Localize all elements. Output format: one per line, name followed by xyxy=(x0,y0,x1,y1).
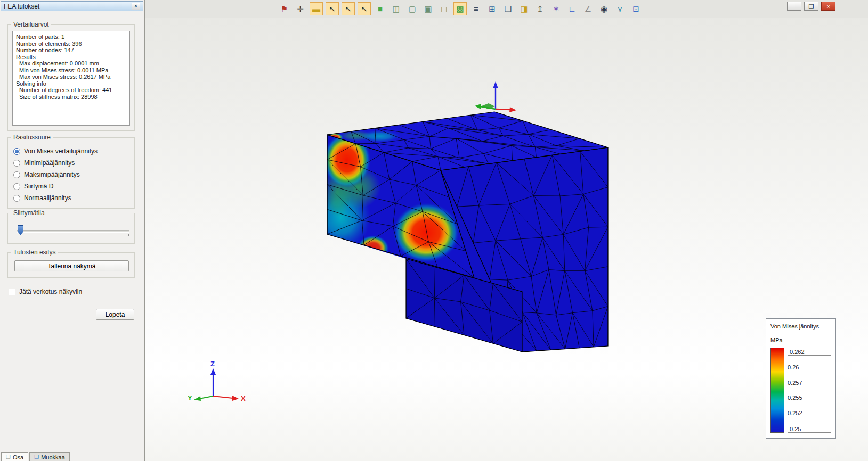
part-icon: ❒ xyxy=(6,455,11,460)
visibility-icon[interactable]: ◉ xyxy=(598,3,610,15)
summary-line: Max von Mises stress: 0.2617 MPa xyxy=(16,73,126,80)
keep-mesh-checkbox-label: Jätä verkotus näkyviin xyxy=(19,288,82,295)
maximize-button[interactable]: ❐ xyxy=(804,2,818,11)
summary-group: Vertailuarvot Number of parts: 1Number o… xyxy=(7,24,135,131)
axis-x-label: X xyxy=(241,394,246,402)
radio-label: Siirtymä D xyxy=(24,183,53,190)
legend-values: 0.262 0.260.2570.2550.2520.25 xyxy=(788,348,831,433)
displacement-group: Siirtymätila xyxy=(7,213,135,244)
pin-icon[interactable]: ⚑ xyxy=(278,3,290,15)
filter-icon[interactable]: ⋎ xyxy=(614,3,626,15)
fit-view-icon[interactable]: ✛ xyxy=(294,3,306,15)
application-window: FEA tulokset × Vertailuarvot Number of p… xyxy=(0,0,868,461)
document-tabs: ❒ Osa ❒ Muokkaa xyxy=(1,452,70,461)
fea-results-panel: FEA tulokset × Vertailuarvot Number of p… xyxy=(0,0,145,461)
tab-muokkaa-label: Muokkaa xyxy=(41,454,65,460)
save-view-button[interactable]: Tallenna näkymä xyxy=(14,260,129,271)
document-icon[interactable]: ❏ xyxy=(502,3,514,15)
keep-mesh-checkbox-row[interactable]: Jätä verkotus näkyviin xyxy=(9,288,82,295)
dialog-titlebar[interactable]: FEA tulokset × xyxy=(1,1,143,11)
legend-max-field[interactable]: 0.262 xyxy=(788,348,831,356)
summary-line: Number of elements: 396 xyxy=(16,40,126,47)
fea-model-mesh[interactable] xyxy=(312,112,608,352)
external-window-icon[interactable]: ⊡ xyxy=(630,3,642,15)
select-edge-icon[interactable]: ↖ xyxy=(342,3,354,15)
box-shaded-icon[interactable]: ◻ xyxy=(438,3,450,15)
keep-mesh-checkbox[interactable] xyxy=(9,289,15,295)
ruler-icon[interactable]: ▬ xyxy=(310,3,322,15)
mesh-view-icon[interactable]: ▩ xyxy=(454,3,466,15)
slider-end-tick xyxy=(128,234,129,236)
summary-line: Size of stiffness matrix: 28998 xyxy=(16,94,126,101)
legend-tick-label: 0.26 xyxy=(788,364,831,371)
sheets-icon[interactable]: ⊞ xyxy=(486,3,498,15)
radio-label: Normaalijännitys xyxy=(24,194,71,202)
radio-option-2[interactable]: Maksimipääjännitys xyxy=(8,169,134,180)
summary-line: Min von Mises stress: 0.0011 MPa xyxy=(16,67,126,74)
tab-muokkaa[interactable]: ❒ Muokkaa xyxy=(29,452,70,461)
legend-scale: 0.262 0.260.2570.2550.2520.25 xyxy=(770,348,831,433)
box-wireframe-icon[interactable]: ▣ xyxy=(422,3,434,15)
legend-tick-label: 0.255 xyxy=(788,394,831,401)
close-button[interactable]: × xyxy=(821,2,835,11)
legend-tick-label: 0.257 xyxy=(788,380,831,386)
radio-button[interactable] xyxy=(13,160,20,167)
select-vertex-icon[interactable]: ↖ xyxy=(326,3,338,15)
summary-line: Number of parts: 1 xyxy=(16,34,126,40)
displacement-group-label: Siirtymätila xyxy=(11,209,47,217)
displacement-slider-track[interactable] xyxy=(17,230,129,233)
viewport-canvas[interactable]: Z Y X xyxy=(145,18,868,461)
radio-option-4[interactable]: Normaalijännitys xyxy=(8,192,134,204)
radio-button[interactable] xyxy=(13,148,20,155)
main-area: ⚑✛▬↖↖↖■◫▢▣◻▩≡⊞❏◨↥✶∟∠◉⋎⊡ – ❐ × xyxy=(145,0,868,461)
dialog-title: FEA tulokset xyxy=(4,3,132,10)
box-transparent-icon[interactable]: ◫ xyxy=(390,3,402,15)
radio-option-3[interactable]: Siirtymä D xyxy=(8,180,134,192)
report-icon[interactable]: ≡ xyxy=(470,3,482,15)
stress-legend: Von Mises jännitys MPa 0.262 0.260.2570.… xyxy=(766,318,836,439)
summary-line: Number of degrees of freedom: 441 xyxy=(16,87,126,94)
edit-icon: ❒ xyxy=(34,455,39,460)
magic-wand-icon[interactable]: ✶ xyxy=(550,3,562,15)
radio-option-1[interactable]: Minimipääjännitys xyxy=(8,157,134,169)
quantity-radio-list: Von Mises vertailujännitysMinimipääjänni… xyxy=(8,138,134,204)
solid-view-icon[interactable]: ■ xyxy=(374,3,386,15)
window-controls: – ❐ × xyxy=(787,2,835,11)
legend-title: Von Mises jännitys xyxy=(770,323,831,330)
select-face-icon[interactable]: ↖ xyxy=(358,3,370,15)
layers-box-icon[interactable]: ◨ xyxy=(518,3,530,15)
radio-option-0[interactable]: Von Mises vertailujännitys xyxy=(8,145,134,157)
legend-unit: MPa xyxy=(770,337,831,343)
measure-angle-icon[interactable]: ∠ xyxy=(582,3,594,15)
summary-line: Max displacement: 0.0001 mm xyxy=(16,60,126,67)
summary-line: Number of nodes: 147 xyxy=(16,47,126,54)
minimize-button[interactable]: – xyxy=(787,2,801,11)
quit-results-button[interactable]: Lopeta xyxy=(96,309,134,320)
radio-label: Minimipääjännitys xyxy=(24,159,75,167)
tab-osa-label: Osa xyxy=(13,454,23,460)
legend-colorbar xyxy=(770,348,784,433)
displacement-slider-thumb[interactable] xyxy=(18,225,23,235)
export-icon[interactable]: ↥ xyxy=(534,3,546,15)
radio-label: Von Mises vertailujännitys xyxy=(24,147,98,155)
radio-label: Maksimipääjännitys xyxy=(24,171,80,178)
legend-min-field[interactable]: 0.25 xyxy=(788,425,831,433)
axes-icon[interactable]: ∟ xyxy=(566,3,578,15)
summary-group-label: Vertailuarvot xyxy=(11,21,51,28)
radio-button[interactable] xyxy=(13,195,20,202)
radio-button[interactable] xyxy=(13,171,20,178)
presentation-group: Tulosten esitys Tallenna näkymä xyxy=(7,252,135,278)
quantity-group-label: Rasitussuure xyxy=(11,134,53,141)
axis-y-label: Y xyxy=(188,394,192,402)
stress-quantity-group: Rasitussuure Von Mises vertailujännitysM… xyxy=(7,137,135,209)
presentation-group-label: Tulosten esitys xyxy=(11,249,58,256)
model-origin-triad xyxy=(475,81,516,112)
viewport-3d[interactable]: Z Y X Von Mises jännitys MPa 0.262 0.260… xyxy=(145,18,868,461)
box-hidden-lines-icon[interactable]: ▢ xyxy=(406,3,418,15)
tab-osa[interactable]: ❒ Osa xyxy=(1,452,28,461)
world-triad: Z Y X xyxy=(188,360,246,402)
radio-button[interactable] xyxy=(13,183,20,190)
summary-text-box: Number of parts: 1Number of elements: 39… xyxy=(12,31,130,126)
axis-z-label: Z xyxy=(210,360,215,368)
dialog-close-button[interactable]: × xyxy=(132,3,140,10)
